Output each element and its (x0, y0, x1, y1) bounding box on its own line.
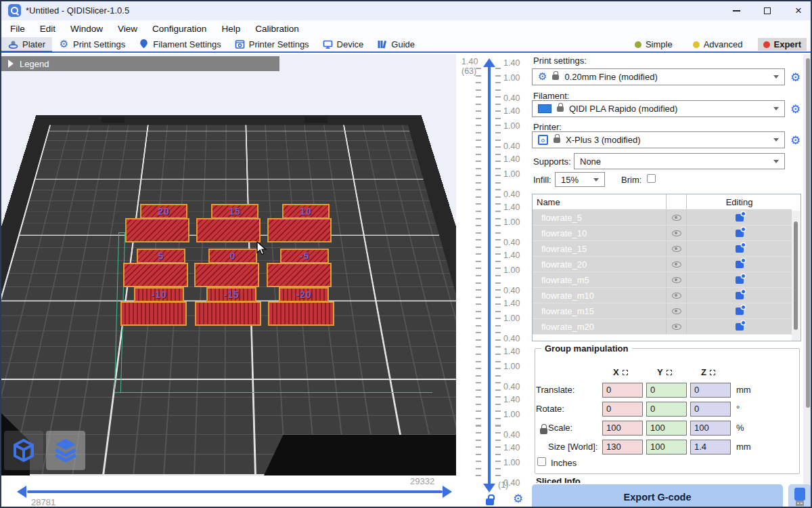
plate-value-tab[interactable]: -5 (280, 249, 329, 263)
calibration-plate[interactable] (268, 301, 334, 326)
calibration-plate[interactable] (123, 263, 188, 287)
tab-device[interactable]: Device (316, 37, 371, 51)
object-list-scroll-thumb[interactable] (794, 221, 798, 330)
mode-simple[interactable]: Simple (629, 38, 678, 51)
slider-track[interactable] (27, 490, 443, 493)
layer-slider-track[interactable] (488, 67, 491, 484)
maximize-button[interactable] (754, 1, 781, 20)
plate-value-tab[interactable]: -10 (134, 287, 184, 302)
object-row[interactable]: flowrate_m15 (533, 303, 792, 319)
object-editing-icon[interactable] (736, 245, 744, 253)
scale-z-input[interactable]: 100 (690, 421, 731, 436)
visibility-eye-icon[interactable] (672, 246, 681, 252)
plate-value-tab[interactable]: 20 (140, 204, 187, 219)
visibility-eye-icon[interactable] (672, 324, 681, 330)
supports-dropdown[interactable]: None (574, 153, 785, 169)
mode-advanced[interactable]: Advanced (687, 38, 748, 51)
preview-layers-view-button[interactable] (46, 431, 85, 470)
object-editing-icon[interactable] (736, 276, 744, 284)
inches-checkbox[interactable] (537, 457, 546, 466)
object-editing-icon[interactable] (736, 214, 744, 221)
plate-value-tab[interactable]: 5 (137, 249, 185, 263)
print-settings-edit-gear-icon[interactable]: ⚙ (790, 70, 800, 84)
tab-printer-settings[interactable]: Printer Settings (228, 37, 316, 51)
visibility-eye-icon[interactable] (672, 308, 681, 314)
plate-value-tab[interactable]: -15 (206, 287, 256, 302)
object-row[interactable]: flowrate_m20 (533, 319, 792, 335)
filament-edit-gear-icon[interactable]: ⚙ (790, 102, 800, 116)
calibration-plate[interactable] (194, 263, 259, 287)
object-list-scrollbar[interactable] (792, 211, 800, 341)
object-row[interactable]: flowrate_m10 (533, 288, 792, 303)
layer-slider[interactable]: 1.40 (63) 1.401.000.401.401.000.401.401.… (456, 54, 531, 508)
menu-configuration[interactable]: Configuration (145, 20, 214, 37)
calibration-plate[interactable] (267, 263, 332, 287)
calibration-plate[interactable] (195, 301, 261, 326)
slider-lock-icon[interactable] (486, 499, 494, 505)
scale-y-input[interactable]: 100 (646, 421, 687, 436)
calibration-plate[interactable] (125, 218, 189, 242)
slider-right-arrow-icon[interactable] (443, 486, 452, 498)
calibration-plate[interactable] (196, 218, 261, 242)
object-row[interactable]: flowrate_10 (533, 226, 792, 241)
sizeworld-x-input[interactable]: 130 (602, 440, 643, 454)
printer-edit-gear-icon[interactable]: ⚙ (790, 133, 800, 147)
panel-scroll-thumb[interactable] (806, 58, 810, 408)
object-row[interactable]: flowrate_5 (533, 210, 792, 226)
menu-edit[interactable]: Edit (32, 20, 63, 37)
rotate-x-input[interactable]: 0 (602, 402, 643, 417)
object-row[interactable]: flowrate_m5 (533, 272, 792, 288)
tab-print-settings[interactable]: ⚙ Print Settings (52, 37, 132, 51)
object-editing-icon[interactable] (736, 323, 744, 331)
tab-filament-settings[interactable]: Filament Settings (132, 37, 227, 51)
slider-left-arrow-icon[interactable] (17, 486, 26, 498)
object-row[interactable]: flowrate_15 (533, 241, 792, 257)
rotate-y-input[interactable]: 0 (646, 402, 687, 417)
rotate-z-input[interactable]: 0 (690, 402, 731, 417)
print-settings-dropdown[interactable]: ⚙ 0.20mm Fine (modified) (532, 68, 785, 85)
menu-help[interactable]: Help (214, 20, 248, 37)
menu-view[interactable]: View (110, 20, 145, 37)
layer-slider-lower-handle[interactable] (483, 484, 495, 492)
menu-window[interactable]: Window (63, 20, 110, 37)
plate-value-tab[interactable]: 10 (282, 204, 330, 219)
tab-guide[interactable]: Guide (370, 37, 422, 51)
printer-dropdown[interactable]: X-Plus 3 (modified) (532, 131, 785, 148)
horizontal-move-slider[interactable]: 28781 29332 (1, 475, 456, 508)
sizeworld-y-input[interactable]: 100 (646, 440, 687, 454)
translate-y-input[interactable]: 0 (646, 383, 687, 398)
plate-value-tab[interactable]: 0 (208, 249, 257, 263)
visibility-eye-icon[interactable] (672, 261, 681, 268)
plate-value-tab[interactable]: -20 (279, 287, 329, 302)
3d-editor-view-button[interactable] (4, 431, 43, 470)
visibility-eye-icon[interactable] (672, 215, 681, 221)
menu-file[interactable]: File (3, 20, 32, 37)
brim-checkbox[interactable] (647, 174, 656, 183)
export-gcode-button[interactable]: Export G-code (532, 484, 783, 508)
tab-plater[interactable]: Plater (1, 37, 52, 51)
legend-panel[interactable]: Legend (1, 56, 279, 71)
visibility-eye-icon[interactable] (672, 277, 681, 283)
infill-dropdown[interactable]: 15% (555, 172, 605, 187)
object-editing-icon[interactable] (736, 261, 744, 268)
plate-value-tab[interactable]: 15 (211, 204, 258, 219)
calibration-plate[interactable] (120, 301, 187, 326)
object-editing-icon[interactable] (736, 230, 744, 237)
uniform-scale-lock-icon[interactable] (540, 428, 547, 434)
slider-settings-gear-icon[interactable]: ⚙ (513, 492, 523, 505)
minimize-button[interactable] (723, 1, 750, 20)
3d-viewport[interactable]: 20151050-5-10-15-20 Legend (1, 54, 456, 475)
menu-calibration[interactable]: Calibration (248, 20, 307, 37)
translate-x-input[interactable]: 0 (602, 383, 643, 398)
visibility-eye-icon[interactable] (672, 293, 681, 299)
layer-slider-upper-handle[interactable] (483, 58, 495, 67)
visibility-eye-icon[interactable] (672, 230, 681, 236)
scale-x-input[interactable]: 100 (602, 421, 643, 436)
object-editing-icon[interactable] (736, 292, 744, 299)
object-row[interactable]: flowrate_20 (533, 257, 792, 272)
object-editing-icon[interactable] (736, 308, 744, 315)
mode-expert[interactable]: Expert (758, 38, 807, 51)
filament-dropdown[interactable]: QIDI PLA Rapido (modified) (532, 100, 785, 117)
panel-scrollbar[interactable] (803, 54, 812, 484)
calibration-plate[interactable] (267, 218, 332, 242)
